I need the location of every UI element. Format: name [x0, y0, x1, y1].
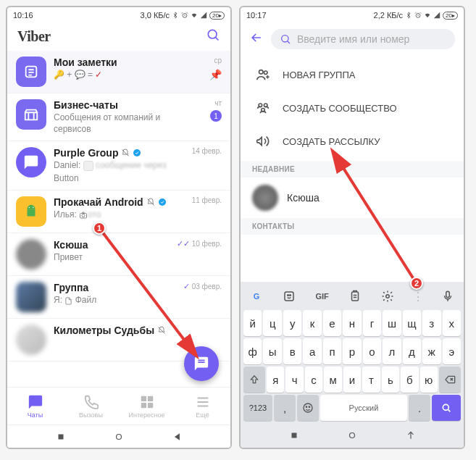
- key-и[interactable]: и: [343, 367, 361, 393]
- nav-calls[interactable]: Вызовы: [63, 388, 119, 425]
- svg-rect-14: [58, 434, 63, 439]
- svg-point-19: [259, 70, 264, 75]
- compose-fab[interactable]: [184, 346, 219, 381]
- nav-chats[interactable]: Чаты: [7, 388, 63, 425]
- key-я[interactable]: я: [267, 367, 284, 393]
- key-р[interactable]: р: [343, 338, 361, 364]
- chat-list[interactable]: Мои заметки 🔑 + 💬 = ✓ ср 📌 Бизнес-чаты С…: [7, 51, 230, 387]
- kb-clipboard-icon[interactable]: [346, 288, 364, 305]
- key-ы[interactable]: ы: [263, 338, 281, 364]
- wifi-icon: [191, 12, 198, 19]
- kb-sticker-icon[interactable]: [280, 288, 298, 305]
- key-с[interactable]: с: [305, 367, 322, 393]
- svg-point-3: [133, 149, 141, 156]
- key-numbers[interactable]: ?123: [243, 395, 272, 421]
- chat-sub: Daniel: сообщение через: [54, 160, 180, 172]
- option-label: НОВАЯ ГРУППА: [283, 70, 355, 80]
- search-button[interactable]: [206, 28, 220, 45]
- key-о[interactable]: о: [363, 338, 381, 364]
- key-backspace[interactable]: [439, 367, 461, 393]
- option-new-group[interactable]: НОВАЯ ГРУППА: [241, 58, 464, 91]
- key-emoji[interactable]: [297, 395, 319, 421]
- key-comma[interactable]: ,: [274, 395, 296, 421]
- sys-recent[interactable]: [289, 430, 299, 443]
- chat-sub2: Button: [54, 173, 180, 185]
- key-search[interactable]: [432, 395, 461, 421]
- key-п[interactable]: п: [323, 338, 341, 364]
- key-м[interactable]: м: [324, 367, 341, 393]
- chat-row-business[interactable]: Бизнес-чаты Сообщения от компаний и серв…: [7, 93, 230, 141]
- chat-row-group[interactable]: Группа Я: Файл ✓03 февр.: [7, 276, 230, 319]
- section-contacts: КОНТАКТЫ: [241, 218, 464, 235]
- nav-more[interactable]: Ещё: [175, 388, 230, 425]
- contact-row-recent[interactable]: Ксюша: [241, 177, 464, 218]
- key-ь[interactable]: ь: [382, 367, 399, 393]
- key-ю[interactable]: ю: [420, 367, 438, 393]
- kb-gif-button[interactable]: GIF: [314, 288, 331, 305]
- key-space[interactable]: Русский: [320, 395, 407, 421]
- status-net: 3,0 КБ/с: [141, 11, 170, 20]
- key-г[interactable]: г: [363, 310, 381, 336]
- key-а[interactable]: а: [303, 338, 321, 364]
- chat-meta: ✓✓10 февр.: [177, 239, 222, 248]
- svg-rect-10: [141, 396, 146, 401]
- search-field[interactable]: Введите имя или номер: [271, 29, 455, 49]
- key-к[interactable]: к: [303, 310, 321, 336]
- chat-meta: ср 📌: [187, 57, 222, 80]
- key-т[interactable]: т: [362, 367, 380, 393]
- svg-point-6: [33, 207, 33, 208]
- svg-point-1: [208, 30, 217, 38]
- key-у[interactable]: у: [283, 310, 301, 336]
- key-б[interactable]: б: [401, 367, 418, 393]
- verified-icon: [158, 198, 167, 206]
- chat-name: Purple Group: [54, 147, 180, 159]
- key-э[interactable]: э: [443, 338, 461, 364]
- svg-rect-34: [291, 433, 296, 438]
- key-ц[interactable]: ц: [263, 310, 281, 336]
- sys-home[interactable]: [114, 432, 124, 442]
- svg-point-33: [443, 404, 448, 410]
- key-н[interactable]: н: [343, 310, 361, 336]
- key-х[interactable]: х: [443, 310, 461, 336]
- key-ш[interactable]: ш: [383, 310, 401, 336]
- key-ж[interactable]: ж: [422, 338, 440, 364]
- kb-mic-icon[interactable]: [439, 288, 456, 305]
- contact-name: Ксюша: [287, 192, 320, 204]
- key-й[interactable]: й: [243, 310, 262, 336]
- svg-rect-11: [147, 396, 152, 401]
- sys-back[interactable]: [406, 430, 416, 443]
- chat-row-purple[interactable]: Purple Group Daniel: сообщение через But…: [7, 141, 230, 191]
- kb-google-icon[interactable]: G: [248, 288, 265, 305]
- mute-icon: [121, 149, 130, 157]
- sys-back[interactable]: [172, 432, 183, 442]
- chat-row-ksyusha[interactable]: Ксюша Привет ✓✓10 февр.: [7, 233, 230, 276]
- nav-explore[interactable]: Интересное: [119, 388, 175, 425]
- key-л[interactable]: л: [383, 338, 401, 364]
- wifi-icon: [424, 12, 431, 19]
- nav-label: Интересное: [129, 411, 165, 419]
- kb-settings-icon[interactable]: [379, 288, 396, 305]
- sys-recent[interactable]: [56, 432, 66, 442]
- back-button[interactable]: [249, 30, 264, 48]
- key-shift[interactable]: [243, 367, 265, 393]
- chat-meta: ✓03 февр.: [183, 282, 222, 291]
- key-з[interactable]: з: [422, 310, 440, 336]
- key-е[interactable]: е: [323, 310, 341, 336]
- chat-row-android[interactable]: Прокачай Android Илья: ото 11 февр.: [7, 191, 230, 233]
- system-nav: [241, 426, 464, 448]
- key-ф[interactable]: ф: [243, 338, 262, 364]
- sys-home[interactable]: [347, 430, 357, 443]
- option-new-broadcast[interactable]: СОЗДАТЬ РАССЫЛКУ: [241, 125, 464, 158]
- chat-row-notes[interactable]: Мои заметки 🔑 + 💬 = ✓ ср 📌: [7, 51, 230, 93]
- key-д[interactable]: д: [403, 338, 421, 364]
- phone-left: 10:16 3,0 КБ/с 20▸ Viber Мои заметки 🔑 +…: [6, 6, 232, 449]
- key-ч[interactable]: ч: [285, 367, 303, 393]
- key-period[interactable]: .: [409, 395, 430, 421]
- bottom-nav: Чаты Вызовы Интересное Ещё: [7, 387, 230, 425]
- nav-label: Вызовы: [79, 411, 103, 419]
- kb-row-1: йцукенгшщзх: [243, 310, 461, 336]
- key-щ[interactable]: щ: [403, 310, 421, 336]
- key-в[interactable]: в: [283, 338, 301, 364]
- mute-icon: [157, 326, 166, 335]
- option-new-community[interactable]: СОЗДАТЬ СООБЩЕСТВО: [241, 91, 464, 125]
